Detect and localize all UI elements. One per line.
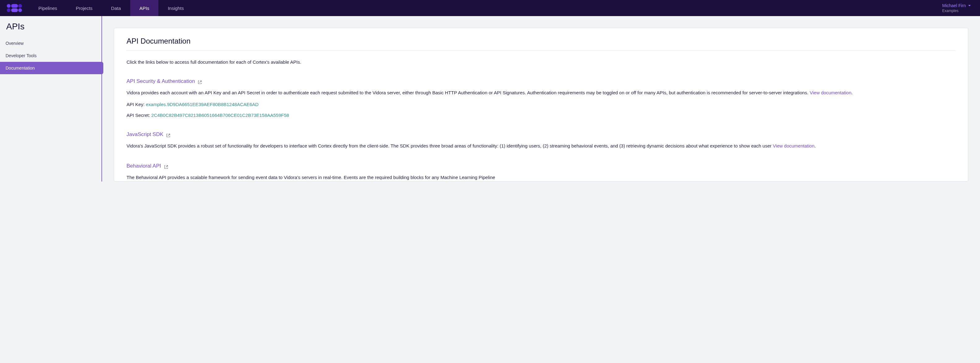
external-link-icon (164, 164, 168, 168)
sidebar-item-overview[interactable]: Overview (0, 37, 102, 49)
nav-pipelines[interactable]: Pipelines (29, 0, 67, 16)
section-title-label: Behavioral API (127, 163, 161, 169)
section-title-label: JavaScript SDK (127, 132, 163, 138)
section-body-text: The Behavioral API provides a scalable f… (127, 175, 495, 180)
section-body-api-security: Vidora provides each account with an API… (127, 89, 956, 96)
external-link-icon (198, 79, 202, 83)
nav-items: Pipelines Projects Data APIs Insights (29, 0, 193, 16)
svg-point-2 (18, 4, 22, 8)
user-name-label: Michael Firn (942, 3, 966, 8)
section-body-js-sdk: Vidora's JavaScript SDK provides a robus… (127, 143, 956, 149)
user-menu[interactable]: Michael Firn Examples (936, 1, 980, 15)
section-title-api-security[interactable]: API Security & Authentication (127, 78, 202, 84)
nav-insights[interactable]: Insights (158, 0, 193, 16)
section-body-text: Vidora provides each account with an API… (127, 90, 810, 95)
user-sub-label: Examples (942, 9, 959, 13)
trailing-period: . (815, 143, 816, 148)
sidebar-item-documentation[interactable]: Documentation (0, 62, 103, 74)
nav-data[interactable]: Data (102, 0, 130, 16)
api-key-value[interactable]: examples.9D9DA6651EE39AEF80B8B1248ACAE6A… (146, 102, 259, 107)
view-documentation-link[interactable]: View documentation (810, 90, 851, 95)
external-link-icon (166, 133, 170, 136)
section-api-security: API Security & Authentication Vidora pro… (127, 78, 956, 118)
svg-rect-4 (11, 8, 18, 12)
section-js-sdk: JavaScript SDK Vidora's JavaScript SDK p… (127, 132, 956, 149)
svg-rect-1 (11, 4, 18, 8)
intro-text: Click the links below to access full doc… (127, 59, 956, 65)
api-secret-label: API Secret: (127, 113, 151, 118)
svg-point-3 (7, 8, 11, 12)
api-key-label: API Key: (127, 102, 146, 107)
chevron-down-icon (968, 5, 971, 6)
svg-point-5 (18, 8, 22, 12)
svg-point-0 (7, 4, 11, 8)
view-documentation-link[interactable]: View documentation (773, 143, 815, 148)
logo[interactable] (0, 0, 29, 16)
section-title-label: API Security & Authentication (127, 78, 195, 84)
main-content: API Documentation Click the links below … (102, 16, 980, 182)
section-body-behavioral-api: The Behavioral API provides a scalable f… (127, 174, 956, 181)
content-card: API Documentation Click the links below … (114, 28, 968, 182)
sidebar: APIs Overview Developer Tools Documentat… (0, 16, 102, 182)
nav-apis[interactable]: APIs (130, 0, 159, 16)
section-behavioral-api: Behavioral API The Behavioral API provid… (127, 163, 956, 181)
top-nav: Pipelines Projects Data APIs Insights Mi… (0, 0, 980, 16)
api-secret-value[interactable]: 2C4B0C82B497C8213B6051664B706CE01C2B73E1… (151, 113, 289, 118)
api-key-row: API Key: examples.9D9DA6651EE39AEF80B8B1… (127, 102, 956, 107)
api-secret-row: API Secret: 2C4B0C82B497C8213B6051664B70… (127, 113, 956, 118)
trailing-period: . (851, 90, 853, 95)
section-title-js-sdk[interactable]: JavaScript SDK (127, 132, 170, 138)
sidebar-title: APIs (0, 22, 102, 37)
sidebar-item-developer-tools[interactable]: Developer Tools (0, 49, 102, 62)
section-body-text: Vidora's JavaScript SDK provides a robus… (127, 143, 773, 148)
page-title: API Documentation (127, 37, 956, 51)
nav-projects[interactable]: Projects (67, 0, 102, 16)
section-title-behavioral-api[interactable]: Behavioral API (127, 163, 168, 169)
